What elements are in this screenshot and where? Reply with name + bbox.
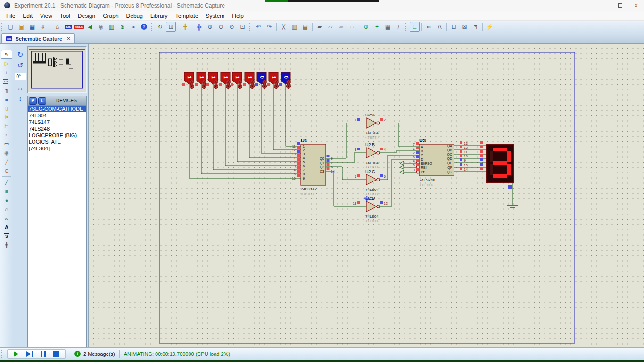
close-button[interactable]: × bbox=[628, 0, 644, 11]
device-item[interactable]: [74LS04] bbox=[28, 145, 86, 152]
terminals-mode-button[interactable]: ⊳ bbox=[1, 113, 12, 122]
device-item[interactable]: 74LS04 bbox=[28, 112, 86, 119]
search-and-tag-button[interactable]: ∞ bbox=[424, 22, 434, 32]
graph-mode-button[interactable]: ≈ bbox=[1, 131, 12, 140]
menu-view[interactable]: View bbox=[36, 12, 56, 20]
block-copy-button[interactable]: ▰ bbox=[314, 22, 324, 32]
logic-state-2[interactable]: 1 bbox=[195, 72, 297, 174]
zoom-area-button[interactable]: ⊡ bbox=[238, 22, 248, 32]
2d-text-mode-button[interactable]: A bbox=[1, 222, 12, 231]
new-root-sheet-button[interactable]: ⊞ bbox=[449, 22, 459, 32]
schematic-capture-button[interactable]: ISIS bbox=[63, 22, 73, 32]
library-manager-button[interactable]: L bbox=[38, 97, 46, 105]
u2-gate-a[interactable]: U2:A1274LS04<TEXT> bbox=[355, 113, 386, 140]
rotate-clockwise-button[interactable]: ↻ bbox=[17, 50, 24, 59]
pick-devices-button[interactable]: P bbox=[29, 97, 37, 105]
paste-button[interactable]: ▤ bbox=[300, 22, 310, 32]
block-move-button[interactable]: ▱ bbox=[325, 22, 335, 32]
packaging-tool-button[interactable]: ▦ bbox=[383, 22, 393, 32]
play-button[interactable] bbox=[14, 351, 19, 357]
2d-path-mode-button[interactable]: ∞ bbox=[1, 214, 12, 222]
pan-center-button[interactable]: ╬ bbox=[194, 22, 204, 32]
seven-segment-display[interactable] bbox=[486, 144, 513, 183]
gerber-viewer-button[interactable]: ◀ bbox=[85, 22, 95, 32]
logic-state-9[interactable]: 0 bbox=[279, 72, 297, 146]
message-info-icon[interactable]: i bbox=[74, 351, 81, 357]
remove-sheet-button[interactable]: ⊠ bbox=[460, 22, 470, 32]
menu-debug[interactable]: Debug bbox=[123, 12, 147, 20]
device-pins-mode-button[interactable]: ⊢ bbox=[1, 122, 12, 131]
zoom-extents-button[interactable]: ⊙ bbox=[227, 22, 237, 32]
selection-mode-button[interactable]: ↖ bbox=[1, 50, 12, 59]
pcb-layout-button[interactable]: ARES bbox=[74, 22, 84, 32]
3d-visualizer-button[interactable]: ◉ bbox=[96, 22, 106, 32]
design-explorer-button[interactable]: ▥ bbox=[107, 22, 116, 32]
menu-graph[interactable]: Graph bbox=[99, 12, 122, 20]
decompose-button[interactable]: / bbox=[394, 22, 404, 32]
junction-dot-mode-button[interactable]: + bbox=[1, 68, 12, 77]
step-button[interactable] bbox=[26, 351, 33, 357]
wire-label-mode-button[interactable]: LBL bbox=[1, 77, 12, 86]
rotation-angle-field[interactable]: 0° bbox=[15, 73, 26, 80]
menu-library[interactable]: Library bbox=[147, 12, 172, 20]
voltage-probe-mode-button[interactable]: ╱ bbox=[1, 157, 12, 166]
menu-edit[interactable]: Edit bbox=[19, 12, 36, 20]
generator-mode-button[interactable]: ◉ bbox=[1, 148, 12, 157]
menu-template[interactable]: Template bbox=[172, 12, 202, 20]
undo-button[interactable]: ↶ bbox=[254, 22, 264, 32]
2d-marker-mode-button[interactable]: ╋ bbox=[1, 240, 12, 249]
tape-recorder-mode-button[interactable]: ▭ bbox=[1, 140, 12, 148]
copy-button[interactable]: ▥ bbox=[289, 22, 299, 32]
2d-box-mode-button[interactable]: ■ bbox=[1, 187, 12, 196]
false-origin-button[interactable]: ╋ bbox=[180, 22, 190, 32]
import-project-button[interactable]: ⇩ bbox=[38, 22, 48, 32]
pause-button[interactable] bbox=[41, 351, 46, 357]
device-item[interactable]: 7SEG-COM-CATHODE bbox=[28, 106, 86, 112]
stop-button[interactable] bbox=[53, 351, 59, 357]
menu-design[interactable]: Design bbox=[74, 12, 99, 20]
pick-parts-button[interactable]: ⊕ bbox=[361, 22, 371, 32]
toggle-grid-button[interactable]: ⊞ bbox=[166, 22, 176, 32]
new-project-button[interactable]: ▢ bbox=[6, 22, 16, 32]
rotate-anticlockwise-button[interactable]: ↺ bbox=[17, 61, 24, 70]
help-button[interactable]: ? bbox=[139, 22, 149, 32]
2d-symbol-mode-button[interactable]: S bbox=[1, 231, 12, 240]
2d-line-mode-button[interactable]: ╱ bbox=[1, 178, 12, 187]
minimize-button[interactable]: – bbox=[596, 0, 612, 11]
device-item[interactable]: 74LS248 bbox=[28, 125, 86, 132]
overview-minimap[interactable] bbox=[27, 46, 87, 93]
device-item[interactable]: LOGICSTATE bbox=[28, 139, 86, 145]
redo-button[interactable]: ↷ bbox=[264, 22, 274, 32]
2d-circle-mode-button[interactable]: ● bbox=[1, 196, 12, 205]
cut-button[interactable]: ╳ bbox=[279, 22, 289, 32]
zoom-in-button[interactable]: ⊕ bbox=[205, 22, 215, 32]
simulation-analysis-button[interactable]: ≈ bbox=[128, 22, 138, 32]
u3-chip[interactable]: U37A1B2C6D4BI/RBO5RBI3LTQA13QB12QC11QD10… bbox=[400, 138, 486, 187]
bill-of-materials-button[interactable]: $ bbox=[117, 22, 127, 32]
device-item[interactable]: LOGICPROBE (BIG) bbox=[28, 132, 86, 139]
maximize-button[interactable] bbox=[612, 0, 628, 11]
current-probe-mode-button[interactable]: ⊙ bbox=[1, 166, 12, 175]
messages-count[interactable]: 2 Message(s) bbox=[83, 351, 115, 357]
2d-arc-mode-button[interactable]: ∩ bbox=[1, 205, 12, 214]
mirror-vertical-button[interactable]: ↕ bbox=[18, 94, 22, 103]
u2-gate-c[interactable]: U2:C5674LS04<TEXT> bbox=[355, 169, 386, 196]
electrical-rule-check-button[interactable]: ⚡ bbox=[485, 22, 495, 32]
open-project-button[interactable]: ▣ bbox=[17, 22, 26, 32]
u2-gate-d[interactable]: U2:D131274LS04<TEXT> bbox=[353, 196, 388, 223]
u1-chip[interactable]: U11111221331425364758109Q09Q17Q26Q31474L… bbox=[292, 138, 335, 196]
tab-close-icon[interactable]: × bbox=[67, 35, 70, 42]
redraw-display-button[interactable]: ↻ bbox=[155, 22, 165, 32]
property-assignment-tool-button[interactable]: A bbox=[435, 22, 445, 32]
component-mode-button[interactable]: ▷ bbox=[1, 59, 12, 68]
buses-mode-button[interactable]: ≡ bbox=[1, 95, 12, 104]
save-project-button[interactable]: ▦ bbox=[27, 22, 37, 32]
make-device-button[interactable]: + bbox=[372, 22, 382, 32]
wire-autorouter-button[interactable]: ∟ bbox=[410, 22, 420, 32]
home-page-button[interactable]: ⌂ bbox=[52, 22, 62, 32]
schematic-canvas[interactable]: 111111010U11111221331425364758109Q09Q17Q… bbox=[88, 44, 644, 347]
menu-tool[interactable]: Tool bbox=[56, 12, 74, 20]
text-script-mode-button[interactable]: ¶ bbox=[1, 86, 12, 95]
exit-to-parent-sheet-button[interactable]: ↰ bbox=[471, 22, 480, 32]
tab-schematic-capture[interactable]: ISIS Schematic Capture × bbox=[1, 33, 75, 43]
